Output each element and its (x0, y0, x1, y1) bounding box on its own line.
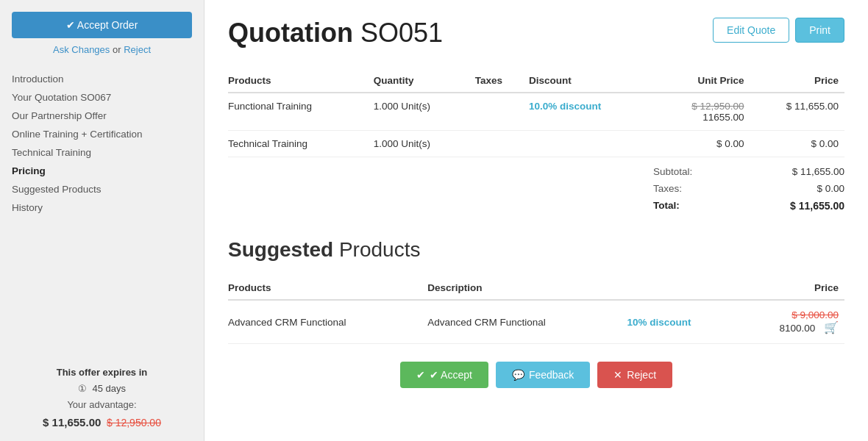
product-unit-price: $ 0.00 (655, 131, 750, 157)
reject-button[interactable]: ✕ Reject (597, 362, 672, 388)
sug-col-products: Products (228, 276, 427, 300)
reject-link[interactable]: Reject (124, 44, 151, 55)
total-label: Total: (653, 200, 691, 212)
ask-changes-link[interactable]: Ask Changes (53, 44, 110, 55)
reject-x-icon: ✕ (613, 369, 622, 381)
sidebar-item-suggested-products[interactable]: Suggested Products (12, 180, 204, 198)
suggested-section-title: Suggested Products (228, 238, 844, 262)
suggested-table-row: Advanced CRM Functional Advanced CRM Fun… (228, 300, 844, 344)
suggested-title-bold: Suggested (228, 238, 333, 261)
product-taxes (475, 131, 529, 157)
table-row: Technical Training 1.000 Unit(s) $ 0.00 … (228, 131, 844, 157)
col-price: Price (750, 69, 844, 93)
sidebar-item-technical-training[interactable]: Technical Training (12, 143, 204, 162)
expires-days: ① 45 days (9, 381, 195, 397)
print-button[interactable]: Print (795, 18, 844, 43)
sug-col-description: Description (427, 276, 627, 300)
product-taxes (475, 93, 529, 131)
total-value: $ 11,655.00 (771, 200, 844, 212)
title-bold: Quotation (228, 18, 353, 48)
page-header: Quotation SO051 Edit Quote Print (228, 18, 844, 49)
suggested-title-light2: Products (339, 238, 421, 261)
edit-quote-button[interactable]: Edit Quote (713, 18, 789, 43)
product-discount: 10.0% discount (529, 93, 655, 131)
accept-button[interactable]: ✔ ✔ Accept (400, 362, 488, 388)
ask-reject-row: Ask Changes or Reject (0, 44, 204, 55)
sug-col-discount (627, 276, 740, 300)
product-name: Functional Training (228, 93, 374, 131)
accept-order-button[interactable]: ✔ Accept Order (12, 12, 192, 38)
or-label: or (113, 44, 121, 55)
col-unit-price: Unit Price (655, 69, 750, 93)
price-old: $ 12,950.00 (107, 417, 161, 429)
col-discount: Discount (529, 69, 655, 93)
sug-product-price: $ 9,000.00 8100.00 🛒 (739, 300, 844, 344)
sug-product-discount: 10% discount (627, 300, 740, 344)
subtotal-label: Subtotal: (653, 166, 704, 177)
product-price: $ 0.00 (750, 131, 844, 157)
suggested-table: Products Description Price Advanced CRM … (228, 276, 844, 344)
product-name: Technical Training (228, 131, 374, 157)
product-quantity: 1.000 Unit(s) (374, 131, 475, 157)
add-to-cart-icon[interactable]: 🛒 (824, 321, 839, 334)
price-current: $ 11,655.00 (43, 416, 101, 429)
title-number: SO051 (360, 18, 443, 48)
advantage-label: Your advantage: (9, 397, 195, 413)
product-quantity: 1.000 Unit(s) (374, 93, 475, 131)
product-unit-price: $ 12,950.0011655.00 (655, 93, 750, 131)
clock-icon: ① (78, 383, 87, 394)
sidebar-item-introduction[interactable]: Introduction (12, 70, 204, 88)
accept-label: ✔ Accept (430, 369, 472, 381)
table-row: Functional Training 1.000 Unit(s) 10.0% … (228, 93, 844, 131)
page-title: Quotation SO051 (228, 18, 443, 49)
accept-checkmark-icon: ✔ (416, 369, 425, 381)
sidebar-item-online-training[interactable]: Online Training + Certification (12, 125, 204, 143)
header-actions: Edit Quote Print (713, 18, 844, 43)
col-quantity: Quantity (374, 69, 475, 93)
sug-col-price: Price (739, 276, 844, 300)
sidebar: ✔ Accept Order Ask Changes or Reject Int… (0, 0, 204, 441)
expires-days-value: 45 days (93, 383, 127, 394)
action-buttons: ✔ ✔ Accept 💬 Feedback ✕ Reject (228, 362, 844, 388)
sidebar-item-our-partnership[interactable]: Our Partnership Offer (12, 107, 204, 125)
feedback-chat-icon: 💬 (512, 369, 524, 381)
subtotal-row: Subtotal: $ 11,655.00 (653, 163, 844, 180)
sidebar-nav: Introduction Your Quotation SO067 Our Pa… (0, 70, 204, 350)
feedback-button[interactable]: 💬 Feedback (496, 362, 590, 388)
expires-label: This offer expires in (9, 365, 195, 381)
reject-label: Reject (627, 369, 656, 381)
sug-product-description: Advanced CRM Functional (427, 300, 627, 344)
taxes-row: Taxes: $ 0.00 (653, 180, 844, 197)
offer-expiry-box: This offer expires in ① 45 days Your adv… (9, 365, 195, 432)
col-taxes: Taxes (475, 69, 529, 93)
quote-table: Products Quantity Taxes Discount Unit Pr… (228, 69, 844, 157)
taxes-label: Taxes: (653, 183, 694, 194)
subtotal-value: $ 11,655.00 (771, 166, 844, 177)
sug-product-name: Advanced CRM Functional (228, 300, 427, 344)
feedback-label: Feedback (529, 369, 574, 381)
col-products: Products (228, 69, 374, 93)
taxes-value: $ 0.00 (771, 183, 844, 194)
product-price: $ 11,655.00 (750, 93, 844, 131)
main-content: Quotation SO051 Edit Quote Print Product… (204, 0, 868, 441)
product-discount (529, 131, 655, 157)
sidebar-item-pricing[interactable]: Pricing (12, 162, 204, 180)
totals-section: Subtotal: $ 11,655.00 Taxes: $ 0.00 Tota… (228, 163, 844, 215)
sidebar-item-history[interactable]: History (12, 198, 204, 217)
price-comparison: $ 11,655.00 $ 12,950.00 (9, 413, 195, 432)
totals-table: Subtotal: $ 11,655.00 Taxes: $ 0.00 Tota… (653, 163, 844, 215)
total-row: Total: $ 11,655.00 (653, 197, 844, 215)
sidebar-item-your-quotation[interactable]: Your Quotation SO067 (12, 88, 204, 107)
